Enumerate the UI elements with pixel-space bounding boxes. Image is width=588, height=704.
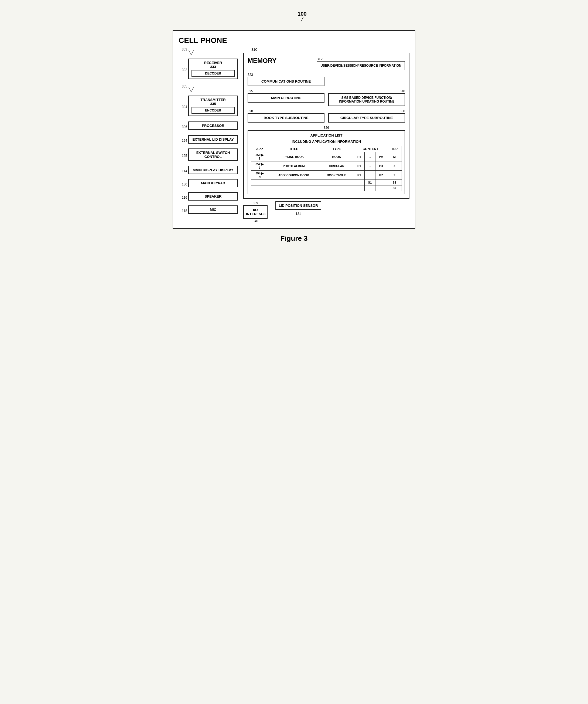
book-type-label: BOOK TYPE SUBROUTINE bbox=[264, 116, 308, 120]
row1-pm: PM bbox=[375, 152, 387, 162]
receiver-label: RECEIVER bbox=[192, 61, 235, 65]
row1-title: PHONE BOOK bbox=[268, 152, 319, 162]
col-header-content: CONTENT bbox=[354, 146, 387, 152]
cell-phone-label: CELL PHONE bbox=[179, 36, 409, 45]
rown-title: ADD/ COUPON BOOK bbox=[268, 171, 319, 180]
row1-type: BOOK bbox=[319, 152, 354, 162]
antenna-transmitter-icon: ▽ bbox=[188, 84, 194, 94]
sub-row-s2-title bbox=[268, 185, 319, 191]
user-device-label: USER/DEVICE/SESSION/ RESOURCE INFORMATIO… bbox=[320, 64, 401, 67]
outer-diagram-box: CELL PHONE 303 ▽ 302 bbox=[173, 30, 415, 229]
rown-dots: ... bbox=[365, 171, 376, 180]
table-row: S2 bbox=[251, 185, 402, 191]
decoder-box: DECODER bbox=[192, 70, 235, 77]
left-column: 303 ▽ 302 RECEIVER 333 bbox=[179, 48, 238, 223]
sub-row-s2-p1 bbox=[354, 185, 365, 191]
table-row: 352 ▶2 PHOTO ALBUM CIRCULAR P1 ... PX X bbox=[251, 162, 402, 171]
ref-116: 116 bbox=[179, 196, 188, 199]
transmitter-label: TRANSMITTER bbox=[192, 98, 235, 102]
ref-333: 333 bbox=[192, 65, 235, 69]
comm-routine-label: COMMUNICATIONS ROUTINE bbox=[261, 79, 311, 83]
processor-box: PROCESSOR bbox=[188, 121, 238, 130]
circular-type-box: CIRCULAR TYPE SUBROUTINE bbox=[328, 113, 405, 123]
io-interface-label: I/O INTERFACE bbox=[246, 208, 266, 216]
col-header-type: TYPE bbox=[319, 146, 354, 152]
row2-px: PX bbox=[375, 162, 387, 171]
ref-main-ui-325: 325 bbox=[248, 90, 324, 93]
sub-row-s2-pm bbox=[375, 185, 387, 191]
external-switch-label: EXTERNAL SWITCH CONTROL bbox=[196, 151, 230, 159]
col-header-tpp: TPP bbox=[387, 146, 402, 152]
col-header-app: APP bbox=[251, 146, 268, 152]
sub-row-s2-tpp: S2 bbox=[387, 185, 402, 191]
encoder-box: ENCODER bbox=[192, 107, 235, 114]
mic-box: MIC bbox=[188, 206, 238, 214]
app-table: APP TITLE TYPE CONTENT TPP bbox=[251, 146, 402, 191]
ref-130: 130 bbox=[179, 182, 188, 186]
lid-position-label: LID POSITION SENSOR bbox=[279, 203, 318, 208]
speaker-box: SPEAKER bbox=[188, 192, 238, 200]
ref-io-309: 309 bbox=[253, 201, 258, 205]
processor-label: PROCESSOR bbox=[202, 124, 224, 128]
user-device-box: USER/DEVICE/SESSION/ RESOURCE INFORMATIO… bbox=[317, 61, 405, 70]
antenna-receiver-icon: ▽ bbox=[188, 48, 194, 56]
right-column: 310 MEMORY 312 USER/DEVICE/SESSION/ RESO… bbox=[243, 48, 409, 223]
sms-box: SMS BASED DEVICE FUNCTION/ INFORMATION U… bbox=[328, 93, 405, 106]
table-row: 350 ▶1 PHONE BOOK BOOK P1 ... PM M bbox=[251, 152, 402, 162]
receiver-box: RECEIVER 333 DECODER bbox=[188, 59, 238, 79]
app-list-box: APPLICATION LIST INCLUDING APPLICATION I… bbox=[248, 130, 405, 194]
ref-125: 125 bbox=[179, 154, 188, 158]
row2-type: CIRCULAR bbox=[319, 162, 354, 171]
row2-arrow: 352 ▶2 bbox=[251, 162, 268, 171]
row2-dots: ... bbox=[365, 162, 376, 171]
main-display-label: MAIN DISPLAY DISPLAY bbox=[193, 168, 234, 172]
external-switch-box: EXTERNAL SWITCH CONTROL bbox=[188, 149, 238, 161]
row1-dots: ... bbox=[365, 152, 376, 162]
decoder-label: DECODER bbox=[205, 71, 221, 75]
ref-comm-323: 323 bbox=[248, 73, 324, 77]
figure-caption: Figure 3 bbox=[173, 234, 415, 243]
memory-block-ref: 310 bbox=[251, 48, 257, 52]
mic-label: MIC bbox=[210, 208, 216, 212]
main-ui-label: MAIN UI ROUTINE bbox=[271, 96, 301, 100]
external-lid-box: EXTERNAL LID DISPLAY bbox=[188, 135, 238, 143]
ref-124: 124 bbox=[179, 139, 188, 142]
book-type-box: BOOK TYPE SUBROUTINE bbox=[248, 113, 324, 123]
io-interface-box: I/O INTERFACE bbox=[243, 205, 268, 219]
transmitter-box: TRANSMITTER 335 ENCODER bbox=[188, 96, 238, 116]
ref-303: 303 bbox=[179, 48, 188, 51]
sub-row-s1-p1 bbox=[354, 180, 365, 185]
ref-app-list-326: 326 bbox=[248, 126, 405, 130]
comm-routine-box: COMMUNICATIONS ROUTINE bbox=[248, 77, 324, 86]
top-arrow-down: ╱ bbox=[301, 17, 304, 22]
ref-304: 304 bbox=[179, 105, 187, 109]
rown-arrow: 354 ▶N bbox=[251, 171, 268, 180]
sub-row-s1-pm bbox=[375, 180, 387, 185]
ref-302: 302 bbox=[179, 68, 187, 72]
sub-row-s1-tpp: S1 bbox=[387, 180, 402, 185]
app-list-title-line1: APPLICATION LIST bbox=[251, 133, 402, 137]
ref-book-328: 328 bbox=[248, 109, 324, 113]
main-display-box: MAIN DISPLAY DISPLAY bbox=[188, 166, 238, 174]
main-keypad-box: MAIN KEYPAD bbox=[188, 179, 238, 187]
ref-131: 131 bbox=[296, 212, 301, 216]
app-list-title-line2: INCLUDING APPLICATION INFORMATION bbox=[251, 139, 402, 143]
sub-row-s1-app bbox=[251, 180, 268, 185]
top-ref-number: 100 bbox=[298, 11, 307, 17]
row1-arrow: 350 ▶1 bbox=[251, 152, 268, 162]
col-header-title: TITLE bbox=[268, 146, 319, 152]
sms-label: SMS BASED DEVICE FUNCTION/ INFORMATION U… bbox=[339, 96, 394, 103]
ref-114: 114 bbox=[179, 169, 188, 173]
rown-pz: PZ bbox=[375, 171, 387, 180]
ref-305: 305 bbox=[179, 84, 188, 88]
ref-sms-340: 340 bbox=[400, 90, 405, 93]
ref-circular-330: 330 bbox=[400, 109, 405, 113]
rown-type: BOOK/ WSUB bbox=[319, 171, 354, 180]
encoder-label: ENCODER bbox=[205, 109, 221, 112]
sub-row-s1-title bbox=[268, 180, 319, 185]
circular-type-label: CIRCULAR TYPE SUBROUTINE bbox=[340, 116, 393, 120]
rown-p1: P1 bbox=[354, 171, 365, 180]
ref-306: 306 bbox=[179, 125, 188, 129]
row2-title: PHOTO ALBUM bbox=[268, 162, 319, 171]
sub-row-s1-type bbox=[319, 180, 354, 185]
